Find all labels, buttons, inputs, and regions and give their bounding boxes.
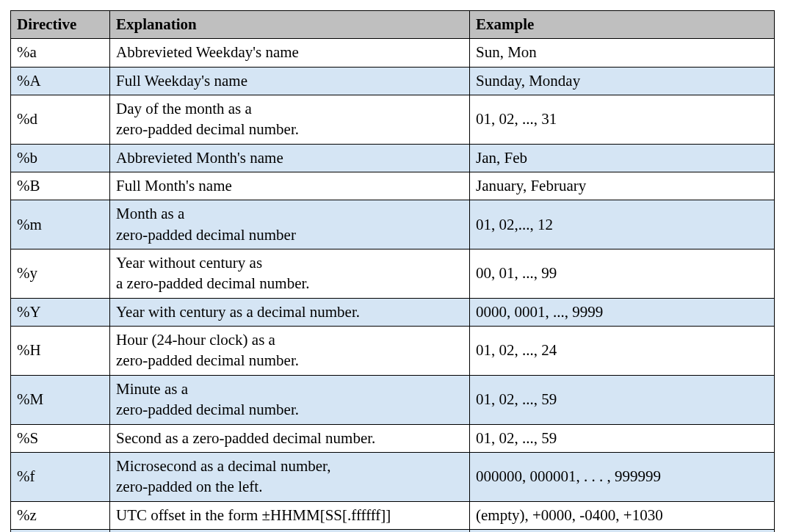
cell-directive: %A xyxy=(11,67,110,95)
cell-directive: %d xyxy=(11,95,110,145)
cell-explanation: Full Weekday's name xyxy=(110,67,470,95)
table-row: %mMonth as azero-padded decimal number01… xyxy=(11,200,775,249)
cell-example: 01, 02, ..., 31 xyxy=(470,95,775,145)
cell-example: 0000, 0001, ..., 9999 xyxy=(470,298,775,326)
cell-example: Sunday, Monday xyxy=(470,67,775,95)
cell-directive: %b xyxy=(11,144,110,172)
table-row: %aAbbrevieted Weekday's nameSun, Mon xyxy=(11,39,775,67)
cell-explanation: Abbrevieted Weekday's name xyxy=(110,39,470,67)
cell-explanation: Second as a zero-padded decimal number. xyxy=(110,424,470,452)
cell-explanation: Year with century as a decimal number. xyxy=(110,298,470,326)
cell-explanation: Full Month's name xyxy=(110,172,470,200)
cell-example: (empty), UTC, GMT xyxy=(470,529,775,532)
table-row: %ZTime zone name(empty), UTC, GMT xyxy=(11,529,775,532)
cell-explanation: Month as azero-padded decimal number xyxy=(110,200,470,249)
cell-explanation: Abbrevieted Month's name xyxy=(110,144,470,172)
cell-directive: %m xyxy=(11,200,110,249)
header-example: Example xyxy=(470,11,775,39)
cell-explanation: Time zone name xyxy=(110,529,470,532)
cell-example: January, February xyxy=(470,172,775,200)
cell-explanation: Microsecond as a decimal number,zero-pad… xyxy=(110,452,470,501)
cell-directive: %M xyxy=(11,375,110,424)
table-row: %SSecond as a zero-padded decimal number… xyxy=(11,424,775,452)
table-row: %yYear without century asa zero-padded d… xyxy=(11,249,775,299)
table-row: %YYear with century as a decimal number.… xyxy=(11,298,775,326)
cell-directive: %S xyxy=(11,424,110,452)
table-row: %AFull Weekday's nameSunday, Monday xyxy=(11,67,775,95)
cell-explanation: Hour (24-hour clock) as azero-padded dec… xyxy=(110,327,470,376)
cell-explanation: Day of the month as azero-padded decimal… xyxy=(110,95,470,145)
cell-explanation: UTC offset in the form ±HHMM[SS[.ffffff]… xyxy=(110,501,470,529)
cell-explanation: Year without century asa zero-padded dec… xyxy=(110,249,470,299)
table-row: %bAbbrevieted Month's nameJan, Feb xyxy=(11,144,775,172)
cell-example: 01, 02, ..., 59 xyxy=(470,375,775,424)
cell-directive: %H xyxy=(11,327,110,376)
table-row: %MMinute as azero-padded decimal number.… xyxy=(11,375,775,424)
directive-table: Directive Explanation Example %aAbbrevie… xyxy=(10,10,775,532)
cell-example: 01, 02, ..., 24 xyxy=(470,327,775,376)
cell-example: 00, 01, ..., 99 xyxy=(470,249,775,299)
cell-directive: %Y xyxy=(11,298,110,326)
cell-example: 000000, 000001, . . . , 999999 xyxy=(470,452,775,501)
cell-example: Jan, Feb xyxy=(470,144,775,172)
cell-directive: %a xyxy=(11,39,110,67)
cell-directive: %f xyxy=(11,452,110,501)
table-row: %zUTC offset in the form ±HHMM[SS[.fffff… xyxy=(11,501,775,529)
table-row: %HHour (24-hour clock) as azero-padded d… xyxy=(11,327,775,376)
cell-directive: %y xyxy=(11,249,110,299)
table-row: %fMicrosecond as a decimal number,zero-p… xyxy=(11,452,775,501)
cell-directive: %Z xyxy=(11,529,110,532)
cell-directive: %B xyxy=(11,172,110,200)
header-directive: Directive xyxy=(11,11,110,39)
cell-explanation: Minute as azero-padded decimal number. xyxy=(110,375,470,424)
cell-example: 01, 02,..., 12 xyxy=(470,200,775,249)
cell-example: Sun, Mon xyxy=(470,39,775,67)
cell-example: (empty), +0000, -0400, +1030 xyxy=(470,501,775,529)
header-explanation: Explanation xyxy=(110,11,470,39)
cell-directive: %z xyxy=(11,501,110,529)
table-header-row: Directive Explanation Example xyxy=(11,11,775,39)
table-row: %dDay of the month as azero-padded decim… xyxy=(11,95,775,145)
cell-example: 01, 02, ..., 59 xyxy=(470,424,775,452)
table-row: %BFull Month's nameJanuary, February xyxy=(11,172,775,200)
